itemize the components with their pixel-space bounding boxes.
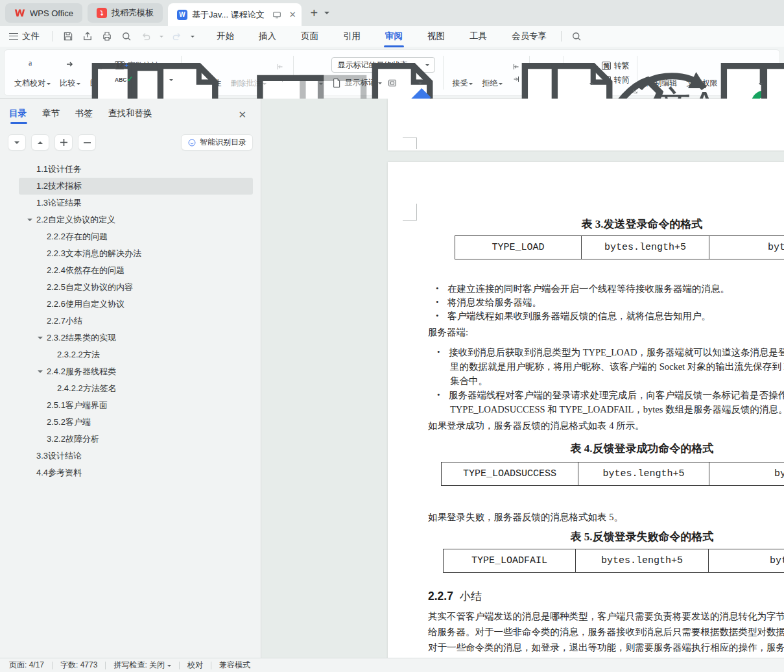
plus-icon bbox=[60, 139, 67, 146]
save-icon[interactable] bbox=[62, 30, 74, 42]
export-icon[interactable] bbox=[82, 30, 93, 42]
undo-icon[interactable] bbox=[140, 30, 152, 42]
toc-item[interactable]: 4.4参考资料 bbox=[19, 464, 253, 481]
template-store-icon: ⤵ bbox=[97, 8, 107, 18]
page-indicator[interactable]: 页面: 4/17 bbox=[9, 660, 44, 671]
table5-caption: 表 5.反馈登录失败命令的格式 bbox=[428, 529, 784, 544]
tab-current-document[interactable]: W 基于Jav... 课程论文 ✕ bbox=[168, 3, 302, 26]
collapse-all-button[interactable] bbox=[8, 134, 26, 150]
menu-reference[interactable]: 引用 bbox=[342, 27, 362, 46]
new-tab-icon[interactable]: + bbox=[311, 6, 318, 19]
window-tabbar: WPS Office ⤵ 找稻壳模板 W 基于Jav... 课程论文 ✕ + bbox=[0, 0, 784, 26]
toc-item-selected[interactable]: 1.2技术指标 bbox=[19, 178, 253, 195]
show-markup-icon bbox=[331, 78, 342, 88]
menu-items: 开始 插入 页面 引用 审阅 视图 工具 会员专享 bbox=[215, 27, 548, 46]
body-line: 如果登录失败，服务器反馈的消息格式如表 5。 bbox=[428, 510, 623, 523]
body-line: 里的数据就是用户昵称，将用户昵称、该客户端的 Socket 对象的输出流先保存到… bbox=[450, 360, 784, 373]
zoom-in-button[interactable] bbox=[54, 134, 73, 150]
word-count-indicator[interactable]: 字数: 4773 bbox=[60, 660, 97, 671]
dialog-launcher-icon[interactable] bbox=[633, 89, 638, 94]
table-cell: bytes.length+5 bbox=[576, 549, 709, 572]
doc-proofing-icon: a bbox=[24, 56, 41, 73]
zoom-out-button[interactable] bbox=[78, 134, 96, 150]
divider bbox=[53, 31, 53, 42]
menu-page[interactable]: 页面 bbox=[300, 27, 320, 46]
toc-item[interactable]: 3.3设计结论 bbox=[19, 448, 253, 464]
file-menu-button[interactable]: 文件 bbox=[0, 30, 47, 42]
redo-icon[interactable] bbox=[171, 30, 183, 42]
bullet-line: 在建立连接的同时客户端会开启一个线程等待接收服务器端的消息。 bbox=[436, 282, 730, 295]
toc-item[interactable]: 1.3论证结果 bbox=[19, 195, 253, 211]
screen-share-icon[interactable] bbox=[272, 10, 282, 20]
body-line: 对于一些命令类的消息，如登录，退出等功能，则需要服务器端执行相应的操作，服务器端… bbox=[428, 641, 784, 654]
sidebar-tab-find-replace[interactable]: 查找和替换 bbox=[108, 108, 152, 125]
toc-item[interactable]: 2.2.2存在的问题 bbox=[19, 228, 253, 245]
toc-expand-arrow-icon[interactable] bbox=[27, 219, 32, 224]
quick-access-dropdown-icon[interactable] bbox=[191, 36, 195, 40]
toc-expand-arrow-icon[interactable] bbox=[38, 337, 43, 342]
close-tab-icon[interactable]: ✕ bbox=[289, 10, 296, 19]
compare-icon bbox=[62, 56, 78, 73]
tab-wps-office[interactable]: WPS Office bbox=[5, 3, 82, 23]
toc-item[interactable]: 2.2.3文本消息的解决办法 bbox=[19, 245, 253, 262]
document-page-3[interactable] bbox=[388, 99, 784, 150]
menu-insert[interactable]: 插入 bbox=[257, 27, 278, 46]
sidebar-tab-chapters[interactable]: 章节 bbox=[42, 108, 60, 125]
menu-member[interactable]: 会员专享 bbox=[510, 27, 548, 46]
accept-icon bbox=[454, 56, 471, 73]
toc-item[interactable]: 2.2.5自定义协议的内容 bbox=[19, 279, 253, 296]
next-comment-icon[interactable] bbox=[275, 75, 285, 84]
menu-view[interactable]: 视图 bbox=[426, 27, 446, 46]
toc-item[interactable]: 3.2.2故障分析 bbox=[19, 431, 253, 448]
minus-icon bbox=[84, 141, 91, 144]
menu-tools[interactable]: 工具 bbox=[468, 27, 488, 46]
review-ribbon: a 文档校对 比较 朗读 bbox=[4, 49, 780, 96]
ribbon-area: a 文档校对 比较 朗读 bbox=[0, 47, 784, 99]
toc-item[interactable]: 2.4.2服务器线程类 bbox=[19, 363, 253, 380]
menu-review[interactable]: 审阅 bbox=[384, 27, 404, 46]
toc-item[interactable]: 2.3.2结果类的实现 bbox=[19, 330, 253, 346]
compat-mode-indicator[interactable]: 兼容模式 bbox=[219, 660, 250, 671]
translate-icon bbox=[575, 56, 591, 73]
body-line: 其实不管客户端发送的消息是哪种类型，客户端只需要负责将要发送的消息转化为字节数组… bbox=[428, 610, 784, 623]
toc-item[interactable]: 2.3.2.2方法 bbox=[19, 346, 253, 363]
compare-button[interactable]: 比较 bbox=[55, 53, 85, 92]
print-preview-icon[interactable] bbox=[121, 30, 132, 42]
restrict-editing-icon bbox=[653, 56, 670, 73]
undo-dropdown-icon[interactable] bbox=[160, 36, 163, 40]
previous-comment-icon[interactable] bbox=[275, 62, 285, 71]
print-icon[interactable] bbox=[101, 30, 113, 42]
menu-home[interactable]: 开始 bbox=[215, 27, 235, 46]
tab-list-dropdown-icon[interactable] bbox=[324, 12, 329, 17]
toc-item[interactable]: 1.1设计任务 bbox=[19, 161, 253, 178]
proofing-button[interactable]: 校对 bbox=[187, 660, 203, 671]
close-sidebar-icon[interactable]: ✕ bbox=[238, 109, 246, 121]
toc-item[interactable]: 2.2自定义协议的定义 bbox=[19, 211, 253, 228]
search-icon[interactable] bbox=[571, 30, 582, 42]
document-page-4[interactable]: 表 3.发送登录命令的格式 TYPE_LOAD bytes.length+5 b… bbox=[388, 162, 784, 658]
tab-template-store[interactable]: ⤵ 找稻壳模板 bbox=[88, 3, 163, 23]
table-cell: byte bbox=[709, 236, 784, 259]
smart-toc-button[interactable]: 智能识别目录 bbox=[181, 134, 253, 150]
sidebar-tab-bookmarks[interactable]: 书签 bbox=[75, 108, 93, 125]
section-heading: 2.2.7小结 bbox=[428, 589, 482, 604]
toc-item[interactable]: 2.5.1客户端界面 bbox=[19, 397, 253, 414]
table4-caption: 表 4.反馈登录成功命令的格式 bbox=[428, 441, 784, 456]
toc-item[interactable]: 2.2.4依然存在的问题 bbox=[19, 262, 253, 279]
toc-item[interactable]: 2.2.6使用自定义协议 bbox=[19, 296, 253, 313]
doc-proofing-button[interactable]: a 文档校对 bbox=[10, 53, 55, 92]
toc-list: 1.1设计任务 1.2技术指标 1.3论证结果 2.2自定义协议的定义 2.2.… bbox=[0, 161, 261, 481]
table-cell: TYPE_LOAD bbox=[455, 236, 582, 259]
toc-expand-arrow-icon[interactable] bbox=[38, 370, 43, 376]
bullet-line: 客户端线程如果收到服务器端反馈的信息，就将信息告知用户。 bbox=[436, 309, 711, 322]
spellcheck-indicator[interactable]: 拼写检查: 关闭 bbox=[113, 660, 171, 671]
sidebar-tab-contents[interactable]: 目录 bbox=[9, 108, 27, 125]
toc-item[interactable]: 2.4.2.2方法签名 bbox=[19, 380, 253, 397]
server-heading: 服务器端: bbox=[428, 326, 468, 339]
insert-comment-icon bbox=[197, 56, 214, 73]
expand-all-button[interactable] bbox=[31, 134, 49, 150]
toc-item[interactable]: 2.5.2客户端 bbox=[19, 414, 253, 431]
table-cell: by bbox=[709, 462, 784, 485]
toc-item[interactable]: 2.2.7小结 bbox=[19, 313, 253, 330]
document-area[interactable]: 表 3.发送登录命令的格式 TYPE_LOAD bytes.length+5 b… bbox=[261, 99, 784, 658]
